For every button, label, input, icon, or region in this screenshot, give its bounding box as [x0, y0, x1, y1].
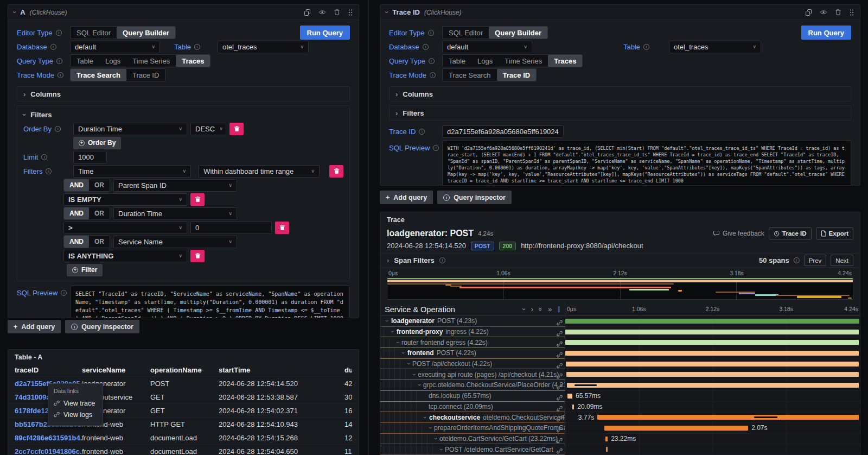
- table-select[interactable]: otel_traces∨: [669, 41, 761, 53]
- span-bar[interactable]: [565, 319, 859, 324]
- option-sql-editor[interactable]: SQL Editor: [443, 27, 489, 39]
- filter-1-field-select[interactable]: Parent Span ID∨: [113, 179, 237, 192]
- hide-response-eye-icon[interactable]: [318, 9, 326, 16]
- span-name-cell[interactable]: ›oteldemo.CartService/GetCart (23.22ms): [380, 434, 565, 445]
- info-icon[interactable]: i: [41, 154, 47, 160]
- span-link-icon[interactable]: [557, 329, 563, 338]
- span-bar[interactable]: [566, 362, 859, 366]
- trace-id-link[interactable]: 2cc7ccfc01941806c...: [15, 447, 82, 455]
- span-bar[interactable]: [566, 372, 859, 377]
- option-logs[interactable]: Logs: [471, 55, 499, 67]
- span-link-icon[interactable]: [557, 339, 563, 348]
- span-bar[interactable]: [567, 383, 859, 388]
- time-field-select[interactable]: Time∨: [73, 165, 191, 178]
- remove-order-by-button[interactable]: [229, 123, 244, 135]
- columns-section-collapsed[interactable]: › Columns: [389, 86, 851, 102]
- span-chevron-icon[interactable]: ›: [395, 339, 401, 346]
- filters-section-header[interactable]: › Filters: [23, 109, 343, 120]
- column-header-operationname[interactable]: operationName: [150, 366, 219, 374]
- add-query-button[interactable]: +Add query: [380, 191, 433, 204]
- editor-type-toggle[interactable]: SQL EditorQuery Builder: [70, 26, 176, 39]
- add-order-by-button[interactable]: +Order By: [73, 137, 121, 149]
- span-bar[interactable]: [565, 330, 859, 334]
- info-icon[interactable]: i: [429, 58, 435, 64]
- span-chevron-icon[interactable]: ›: [427, 425, 434, 432]
- trace-id-link[interactable]: 89cf4286e631591b4...: [15, 434, 82, 442]
- span-bar[interactable]: [565, 340, 859, 345]
- info-icon[interactable]: i: [419, 129, 425, 135]
- span-chevron-icon[interactable]: ›: [422, 414, 429, 421]
- collapse-chevron-icon[interactable]: ›: [11, 11, 19, 13]
- span-chevron-icon[interactable]: ›: [433, 435, 439, 442]
- query-inspector-button[interactable]: iQuery inspector: [437, 191, 512, 204]
- option-traces[interactable]: Traces: [176, 55, 210, 67]
- order-by-field-select[interactable]: Duration Time∨: [73, 123, 187, 135]
- span-name-cell[interactable]: ›checkoutserviceoteldemo.CheckoutService…: [380, 412, 565, 423]
- expand-one-icon[interactable]: ›: [531, 305, 533, 313]
- run-query-button[interactable]: Run Query: [801, 26, 851, 40]
- collapse-chevron-icon[interactable]: ›: [383, 11, 391, 13]
- query-row-header-a[interactable]: › A (ClickHouse): [8, 5, 359, 20]
- info-icon[interactable]: i: [423, 44, 429, 50]
- info-icon[interactable]: i: [56, 30, 62, 36]
- column-resizer-handle[interactable]: ∥: [558, 306, 561, 313]
- span-filters-bar[interactable]: › Span Filters i 50 spans i Prev Next: [380, 253, 860, 268]
- and-or-toggle[interactable]: ANDOR: [63, 235, 110, 248]
- column-header-duration[interactable]: duration: [344, 366, 352, 374]
- span-chevron-icon[interactable]: ›: [411, 371, 418, 378]
- minimap-canvas[interactable]: [387, 277, 853, 300]
- give-feedback-link[interactable]: Give feedback: [713, 230, 764, 237]
- drag-handle-icon[interactable]: [849, 9, 854, 16]
- database-select[interactable]: default∨: [442, 41, 532, 53]
- filters-section-collapsed[interactable]: › Filters: [389, 105, 851, 121]
- next-button[interactable]: Next: [831, 255, 853, 266]
- option-trace-search[interactable]: Trace Search: [443, 69, 497, 81]
- span-chevron-icon[interactable]: ›: [400, 350, 407, 357]
- span-link-icon[interactable]: [557, 446, 563, 455]
- span-bar[interactable]: [572, 405, 574, 409]
- span-link-icon[interactable]: [557, 436, 563, 445]
- span-bar[interactable]: [605, 437, 608, 441]
- trace-mode-toggle[interactable]: Trace SearchTrace ID: [70, 68, 165, 81]
- info-icon[interactable]: i: [643, 44, 649, 50]
- span-link-icon[interactable]: [557, 361, 563, 370]
- run-query-button[interactable]: Run Query: [300, 26, 350, 40]
- view-trace-link[interactable]: View trace: [54, 397, 97, 409]
- drag-handle-icon[interactable]: [348, 9, 353, 16]
- trace-id-button[interactable]: Trace ID: [769, 228, 812, 239]
- table-select[interactable]: otel_traces∨: [218, 41, 309, 53]
- span-link-icon[interactable]: [557, 318, 563, 327]
- option-or[interactable]: OR: [89, 236, 110, 248]
- columns-section-collapsed[interactable]: › Columns: [17, 86, 350, 102]
- trace-id-input[interactable]: [442, 125, 564, 138]
- remove-filter-3-button[interactable]: [190, 250, 205, 262]
- query-type-toggle[interactable]: TableLogsTime SeriesTraces: [442, 54, 583, 67]
- remove-filter-1-button[interactable]: [190, 193, 205, 206]
- span-link-icon[interactable]: [557, 350, 563, 359]
- info-icon[interactable]: i: [50, 44, 56, 50]
- option-trace-id[interactable]: Trace ID: [126, 69, 165, 81]
- option-logs[interactable]: Logs: [99, 55, 126, 67]
- collapse-one-icon[interactable]: ›: [520, 308, 528, 310]
- info-icon[interactable]: i: [430, 72, 436, 78]
- and-or-toggle[interactable]: ANDOR: [63, 207, 110, 220]
- option-and[interactable]: AND: [64, 179, 89, 191]
- remove-query-trash-icon[interactable]: [835, 9, 841, 16]
- option-time-series[interactable]: Time Series: [126, 55, 176, 67]
- filter-3-operator-select[interactable]: IS ANYTHING∨: [63, 250, 187, 262]
- option-and[interactable]: AND: [64, 207, 89, 219]
- span-name-cell[interactable]: tcp.connect (20.09ms): [380, 402, 565, 413]
- span-link-icon[interactable]: [557, 414, 563, 423]
- span-name-cell[interactable]: ›prepareOrderItemsAndShippingQuoteFromCa…: [380, 423, 565, 434]
- span-name-cell[interactable]: ›loadgeneratorPOST (4.23s): [380, 316, 565, 327]
- remove-filter-2-button[interactable]: [275, 222, 289, 234]
- filter-1-operator-select[interactable]: IS EMPTY∨: [63, 193, 187, 206]
- column-header-servicename[interactable]: serviceName: [82, 366, 150, 374]
- span-bar[interactable]: [606, 447, 608, 452]
- hide-response-eye-icon[interactable]: [820, 9, 827, 16]
- span-name-cell[interactable]: ›POST /api/checkout (4.22s): [380, 359, 565, 370]
- order-by-direction-select[interactable]: DESC∨: [190, 123, 226, 135]
- span-name-cell[interactable]: ›executing api route (pages) /api/checko…: [380, 369, 565, 380]
- filter-2-value-input[interactable]: [190, 222, 272, 234]
- option-traces[interactable]: Traces: [548, 55, 582, 67]
